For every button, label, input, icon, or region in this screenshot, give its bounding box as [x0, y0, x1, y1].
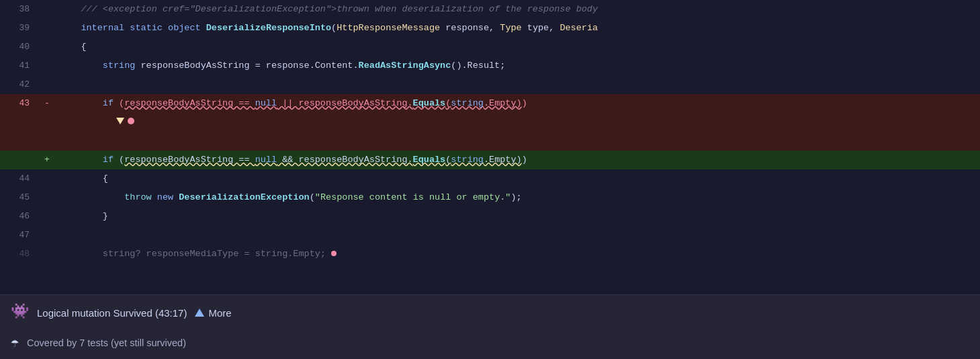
code-line-40: 40 { [0, 38, 980, 56]
triangle-down-icon [116, 118, 124, 124]
code-area: 38 /// <exception cref="DeserializationE… [0, 0, 980, 294]
line-marker-42 [40, 75, 54, 94]
status-mutation-line: 👾 Logical mutation Survived (43:17) More [0, 295, 980, 330]
status-bar: 👾 Logical mutation Survived (43:17) More… [0, 294, 980, 359]
line-number-42: 42 [0, 75, 40, 94]
line-marker-43-deleted: - [40, 94, 54, 151]
line-content-43-added: if (responseBodyAsString == null && resp… [54, 151, 980, 169]
mutation-emoji: 👾 [11, 305, 29, 320]
code-line-48: 48 string? responseMediaType = string.Em… [0, 245, 980, 264]
coverage-text: Covered by 7 tests (yet still survived) [27, 337, 186, 348]
line-content-46: } [54, 207, 980, 226]
line-content-42 [54, 75, 980, 94]
code-line-43-deleted: 43 - if (responseBodyAsString == null ||… [0, 94, 980, 151]
more-button[interactable]: More [195, 307, 231, 319]
code-line-39: 39 internal static object DeserializeRes… [0, 19, 980, 38]
line-number-48: 48 [0, 245, 40, 264]
line-marker-44 [40, 169, 54, 188]
line-number-40: 40 [0, 38, 40, 56]
code-line-41: 41 string responseBodyAsString = respons… [0, 56, 980, 75]
line-number-38: 38 [0, 0, 40, 19]
editor-container: 38 /// <exception cref="DeserializationE… [0, 0, 980, 359]
line-number-43: 43 [0, 94, 40, 151]
line-content-44: { [54, 169, 980, 188]
line-number-41: 41 [0, 56, 40, 75]
line-marker-47 [40, 226, 54, 245]
code-line-43-added: + if (responseBodyAsString == null && re… [0, 151, 980, 169]
status-coverage-line: ☂️ Covered by 7 tests (yet still survive… [0, 330, 980, 359]
more-label: More [208, 307, 231, 319]
line-marker-48 [40, 245, 54, 264]
code-line-44: 44 { [0, 169, 980, 188]
code-line-42: 42 [0, 75, 980, 94]
line-number-45: 45 [0, 188, 40, 207]
mutation-text: Logical mutation Survived (43:17) [37, 307, 187, 319]
line-content-40: { [54, 38, 980, 56]
triangle-up-icon [195, 309, 204, 317]
coverage-emoji: ☂️ [11, 334, 19, 351]
line-content-38: /// <exception cref="DeserializationExce… [54, 0, 980, 19]
code-line-46: 46 } [0, 207, 980, 226]
line-content-47 [54, 226, 980, 245]
line-marker-39 [40, 19, 54, 38]
line-content-43-deleted: if (responseBodyAsString == null || resp… [54, 94, 980, 151]
line-marker-45 [40, 188, 54, 207]
line-marker-41 [40, 56, 54, 75]
code-line-45: 45 throw new DeserializationException("R… [0, 188, 980, 207]
line-number-39: 39 [0, 19, 40, 38]
line-number-47: 47 [0, 226, 40, 245]
line-marker-40 [40, 38, 54, 56]
line-content-45: throw new DeserializationException("Resp… [54, 188, 980, 207]
line-marker-43-added: + [40, 151, 54, 169]
code-line-47: 47 [0, 226, 980, 245]
line-marker-46 [40, 207, 54, 226]
line-content-39: internal static object DeserializeRespon… [54, 19, 980, 38]
code-line-38: 38 /// <exception cref="DeserializationE… [0, 0, 980, 19]
line-number-46: 46 [0, 207, 40, 226]
line-content-48: string? responseMediaType = string.Empty… [54, 245, 980, 264]
line-marker-38 [40, 0, 54, 19]
line-number-44: 44 [0, 169, 40, 188]
dot-red-icon [128, 118, 134, 124]
line-content-41: string responseBodyAsString = response.C… [54, 56, 980, 75]
line-number-43-added [0, 151, 40, 169]
code-lines: 38 /// <exception cref="DeserializationE… [0, 0, 980, 294]
